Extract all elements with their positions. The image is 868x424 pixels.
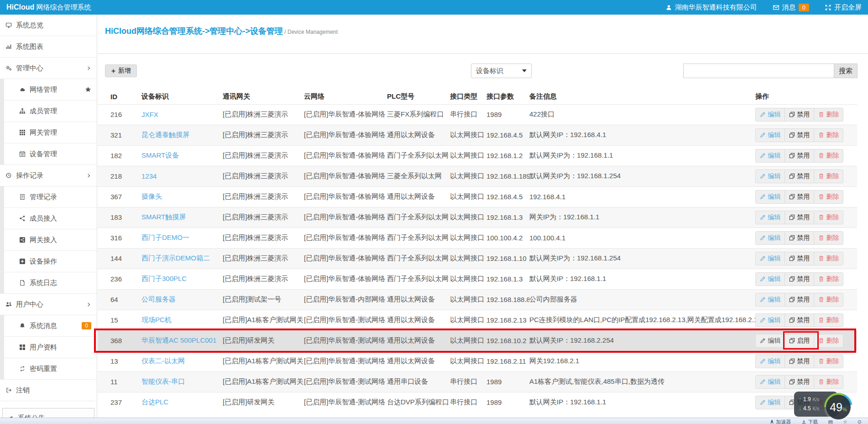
device-filter-select[interactable]: 设备标识 [471, 64, 532, 78]
edit-button[interactable]: 编辑 [755, 375, 785, 389]
add-device-button[interactable]: 新增 [105, 64, 137, 77]
device-link[interactable]: 昆仑通泰触摸屏 [141, 131, 189, 138]
sidebar-badge: 0 [82, 322, 91, 329]
target-icon[interactable]: ⊙ [858, 418, 862, 424]
edit-button[interactable]: 编辑 [755, 211, 785, 224]
delete-button[interactable]: 删除 [814, 375, 843, 389]
sidebar-item-operation-records[interactable]: 操作记录 [0, 165, 97, 186]
messages-button[interactable]: 消息0 [773, 3, 809, 12]
clone-icon [789, 173, 795, 179]
device-link[interactable]: 仪表二-以太网 [141, 357, 185, 365]
cell-gateway: [已启用]株洲三菱演示 [223, 269, 304, 289]
device-link[interactable]: 现场PC机 [141, 316, 172, 323]
device-link[interactable]: 西门子DEMO一 [141, 233, 189, 241]
cell-gateway: [已启用]研发网关 [223, 330, 304, 351]
device-link[interactable]: 1234 [141, 172, 157, 180]
accelerator-button[interactable]: 加速器 [769, 418, 791, 424]
disable-button[interactable]: 禁用 [784, 231, 814, 245]
sidebar-item-member-access[interactable]: 成员接入 [0, 208, 97, 229]
delete-button[interactable]: 删除 [814, 149, 843, 163]
disable-button[interactable]: 禁用 [784, 293, 814, 307]
sidebar-item-gateway-management[interactable]: 网关管理 [0, 122, 97, 143]
delete-button[interactable]: 删除 [814, 170, 843, 183]
search-button[interactable]: 搜索 [834, 64, 858, 78]
disable-button[interactable]: 禁用 [784, 355, 814, 368]
cell-actions: 编辑禁用删除 [755, 207, 857, 228]
disable-button[interactable]: 禁用 [784, 375, 814, 389]
disable-button[interactable]: 禁用 [784, 108, 814, 122]
disable-button[interactable]: 禁用 [784, 252, 814, 265]
edit-button[interactable]: 编辑 [755, 170, 785, 183]
delete-button[interactable]: 删除 [814, 190, 843, 204]
cell-plc-model: 通用串口设备 [387, 371, 450, 392]
sidebar-item-logout[interactable]: 注销 [0, 380, 97, 401]
edit-button[interactable]: 编辑 [755, 108, 785, 122]
sidebar-item-label: 系统总览 [16, 21, 43, 30]
device-link[interactable]: 华辰智通AC 500PLC001 [141, 336, 216, 344]
edit-button[interactable]: 编辑 [755, 334, 785, 348]
edit-button[interactable]: 编辑 [755, 190, 785, 204]
disable-button[interactable]: 禁用 [784, 313, 814, 327]
sidebar-item-management-records[interactable]: 管理记录 [0, 186, 97, 208]
disable-button[interactable]: 禁用 [784, 170, 814, 183]
edit-button[interactable]: 编辑 [755, 355, 785, 368]
sidebar-item-user-center[interactable]: 用户中心 [0, 294, 97, 315]
delete-button[interactable]: 删除 [814, 293, 843, 307]
disable-button[interactable]: 禁用 [784, 272, 814, 286]
cell-cloud-network: [已启用]华辰智通-体验网络 [304, 104, 387, 125]
device-link[interactable]: JXFX [141, 111, 158, 118]
device-link[interactable]: 公司服务器 [141, 295, 176, 303]
delete-button[interactable]: 删除 [814, 313, 843, 327]
device-link[interactable]: SMART设备 [141, 151, 179, 159]
downloads-button[interactable]: 下载 [801, 418, 818, 424]
edit-button[interactable]: 编辑 [755, 128, 785, 142]
fullscreen-button[interactable]: 开启全屏 [825, 3, 862, 12]
memory-usage-gauge[interactable]: 49% [824, 393, 852, 421]
sidebar-item-device-operation[interactable]: 设备操作 [0, 251, 97, 272]
company-account[interactable]: 湖南华辰智通科技有限公司 [665, 3, 757, 12]
device-link[interactable]: 台达PLC [141, 398, 168, 406]
edit-button[interactable]: 编辑 [755, 272, 785, 286]
edit-button[interactable]: 编辑 [755, 231, 785, 245]
edit-button[interactable]: 编辑 [755, 396, 785, 409]
sidebar-item-label: 用户中心 [16, 300, 43, 309]
delete-button[interactable]: 删除 [814, 272, 843, 286]
sidebar-item-password-reset[interactable]: 密码重置 [0, 358, 97, 380]
delete-button[interactable]: 删除 [814, 355, 843, 368]
disable-button[interactable]: 禁用 [784, 149, 814, 163]
device-link[interactable]: 智能仪表-串口 [141, 377, 185, 385]
edit-button[interactable]: 编辑 [755, 149, 785, 163]
trash-icon [818, 276, 824, 282]
device-link[interactable]: 摄像头 [141, 192, 162, 200]
edit-button[interactable]: 编辑 [755, 313, 785, 327]
delete-button[interactable]: 删除 [814, 108, 843, 122]
sidebar-item-gateway-access[interactable]: 网关接入 [0, 229, 97, 251]
sidebar-item-network-management[interactable]: 网络管理 [0, 79, 97, 101]
device-link[interactable]: 西门子300PLC [141, 275, 187, 282]
delete-button[interactable]: 删除 [814, 231, 843, 245]
edit-button[interactable]: 编辑 [755, 252, 785, 265]
app-title: HiCloud 网络综合管理系统 [6, 3, 91, 12]
disable-button[interactable]: 禁用 [784, 128, 814, 142]
edit-button[interactable]: 编辑 [755, 293, 785, 307]
sidebar-item-device-management[interactable]: 设备管理 [0, 143, 97, 165]
delete-button[interactable]: 删除 [814, 128, 843, 142]
sidebar-item-user-profile[interactable]: 用户资料 [0, 337, 97, 358]
share-icon [19, 215, 26, 222]
sidebar-item-system-messages[interactable]: 系统消息0 [0, 315, 97, 337]
search-input[interactable] [683, 64, 834, 78]
sidebar-item-system-logs[interactable]: 系统日志 [0, 272, 97, 294]
delete-button[interactable]: 删除 [814, 252, 843, 265]
disable-button[interactable]: 禁用 [784, 211, 814, 224]
sidebar-item-system-overview[interactable]: 系统总览 [0, 15, 97, 36]
device-link[interactable]: SMART触摸屏 [141, 213, 186, 221]
enable-button[interactable]: 启用 [784, 334, 814, 348]
cell-interface-type: 以太网接口 [450, 248, 486, 269]
delete-button[interactable]: 删除 [814, 211, 843, 224]
delete-button[interactable]: 删除 [814, 334, 843, 348]
sidebar-item-member-management[interactable]: 成员管理 [0, 101, 97, 122]
disable-button[interactable]: 禁用 [784, 190, 814, 204]
device-link[interactable]: 西门子演示DEMO箱二 [141, 254, 210, 262]
sidebar-item-system-charts[interactable]: 系统图表 [0, 36, 97, 58]
sidebar-item-management-center[interactable]: 管理中心 [0, 58, 97, 79]
